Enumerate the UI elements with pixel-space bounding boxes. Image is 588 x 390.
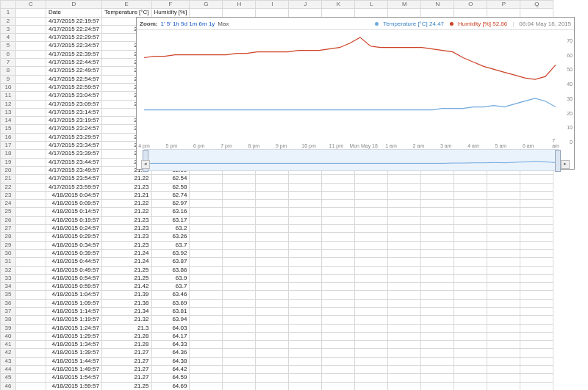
cell-date[interactable]: 4/18/2015 1:19:57: [46, 316, 102, 324]
cell-c[interactable]: [16, 25, 46, 33]
cell-c[interactable]: [16, 307, 46, 315]
table-row[interactable]: 284/18/2015 0:29:5721.2363.26: [1, 233, 553, 241]
cell-temperature[interactable]: 21.25: [101, 382, 151, 390]
table-row[interactable]: 374/18/2015 1:14:5721.3463.81: [1, 307, 553, 315]
cell-date[interactable]: 4/18/2015 0:14:57: [46, 208, 102, 216]
empty-cell[interactable]: [487, 274, 520, 282]
cell-date[interactable]: 4/18/2015 1:14:57: [46, 307, 102, 315]
cell-humidity[interactable]: 63.7: [151, 241, 190, 249]
empty-cell[interactable]: [520, 316, 553, 324]
row-header[interactable]: 39: [1, 324, 16, 332]
empty-cell[interactable]: [388, 216, 421, 224]
empty-cell[interactable]: [256, 274, 289, 282]
cell-humidity[interactable]: 63.2: [151, 225, 190, 233]
cell-c[interactable]: [16, 274, 46, 282]
cell-date[interactable]: 4/18/2015 0:29:57: [46, 233, 102, 241]
empty-cell[interactable]: [256, 349, 289, 357]
empty-cell[interactable]: [520, 332, 553, 340]
table-row[interactable]: 254/18/2015 0:14:5721.2263.16: [1, 208, 553, 216]
empty-cell[interactable]: [190, 307, 223, 315]
empty-cell[interactable]: [223, 291, 256, 299]
empty-cell[interactable]: [322, 291, 355, 299]
empty-cell[interactable]: [322, 341, 355, 349]
empty-cell[interactable]: [487, 225, 520, 233]
empty-cell[interactable]: [421, 183, 454, 191]
empty-cell[interactable]: [388, 9, 421, 17]
cell-c[interactable]: [16, 208, 46, 216]
cell-c[interactable]: [16, 158, 46, 166]
empty-cell[interactable]: [454, 233, 487, 241]
empty-cell[interactable]: [190, 241, 223, 249]
empty-cell[interactable]: [454, 258, 487, 266]
cell-date[interactable]: 4/18/2015 1:04:57: [46, 291, 102, 299]
cell-date[interactable]: 4/17/2015 22:49:57: [46, 67, 102, 75]
cell-date[interactable]: 4/17/2015 23:59:57: [46, 183, 102, 191]
row-header[interactable]: 11: [1, 92, 16, 100]
cell-c[interactable]: [16, 366, 46, 374]
row-header[interactable]: 18: [1, 150, 16, 158]
empty-cell[interactable]: [421, 291, 454, 299]
empty-cell[interactable]: [190, 316, 223, 324]
empty-cell[interactable]: [289, 208, 322, 216]
empty-cell[interactable]: [289, 299, 322, 307]
cell-humidity[interactable]: 64.33: [151, 341, 190, 349]
empty-cell[interactable]: [256, 258, 289, 266]
empty-cell[interactable]: [322, 249, 355, 257]
cell-date[interactable]: 4/18/2015 1:29:57: [46, 332, 102, 340]
empty-cell[interactable]: [487, 299, 520, 307]
empty-cell[interactable]: [454, 341, 487, 349]
row-header[interactable]: 13: [1, 108, 16, 116]
empty-cell[interactable]: [355, 349, 388, 357]
col-header-I[interactable]: I: [256, 1, 289, 9]
empty-cell[interactable]: [487, 291, 520, 299]
empty-cell[interactable]: [454, 175, 487, 183]
empty-cell[interactable]: [421, 208, 454, 216]
empty-cell[interactable]: [322, 349, 355, 357]
cell-c[interactable]: [16, 108, 46, 116]
empty-cell[interactable]: [256, 307, 289, 315]
cell-temperature[interactable]: 21.39: [101, 291, 151, 299]
empty-cell[interactable]: [454, 208, 487, 216]
col-header-N[interactable]: N: [421, 1, 454, 9]
empty-cell[interactable]: [256, 382, 289, 390]
empty-cell[interactable]: [289, 249, 322, 257]
cell-c[interactable]: [16, 233, 46, 241]
cell-date[interactable]: 4/18/2015 0:39:57: [46, 249, 102, 257]
row-header[interactable]: 31: [1, 258, 16, 266]
empty-cell[interactable]: [223, 382, 256, 390]
empty-cell[interactable]: [223, 9, 256, 17]
empty-cell[interactable]: [223, 233, 256, 241]
empty-cell[interactable]: [487, 324, 520, 332]
empty-cell[interactable]: [520, 216, 553, 224]
empty-cell[interactable]: [454, 200, 487, 208]
cell-date[interactable]: 4/17/2015 23:54:57: [46, 175, 102, 183]
cell-date[interactable]: 4/17/2015 23:04:57: [46, 92, 102, 100]
empty-cell[interactable]: [289, 216, 322, 224]
cell-humidity[interactable]: 62.97: [151, 200, 190, 208]
cell-c[interactable]: [16, 216, 46, 224]
empty-cell[interactable]: [520, 291, 553, 299]
empty-cell[interactable]: [520, 283, 553, 291]
empty-cell[interactable]: [355, 357, 388, 365]
empty-cell[interactable]: [421, 9, 454, 17]
cell-date[interactable]: 4/17/2015 22:44:57: [46, 59, 102, 67]
zoom-option[interactable]: 1': [160, 21, 165, 27]
cell-c[interactable]: [16, 291, 46, 299]
empty-cell[interactable]: [388, 291, 421, 299]
empty-cell[interactable]: [289, 9, 322, 17]
empty-cell[interactable]: [289, 258, 322, 266]
empty-cell[interactable]: [421, 341, 454, 349]
empty-cell[interactable]: [388, 357, 421, 365]
empty-cell[interactable]: [355, 374, 388, 382]
cell-temperature[interactable]: 21.3: [101, 324, 151, 332]
empty-cell[interactable]: [388, 225, 421, 233]
empty-cell[interactable]: [355, 283, 388, 291]
empty-cell[interactable]: [520, 266, 553, 274]
empty-cell[interactable]: [520, 349, 553, 357]
empty-cell[interactable]: [322, 225, 355, 233]
cell-c[interactable]: [16, 50, 46, 58]
empty-cell[interactable]: [322, 299, 355, 307]
empty-cell[interactable]: [355, 249, 388, 257]
cell-humidity[interactable]: 62.58: [151, 183, 190, 191]
cell-date[interactable]: 4/18/2015 0:09:57: [46, 200, 102, 208]
